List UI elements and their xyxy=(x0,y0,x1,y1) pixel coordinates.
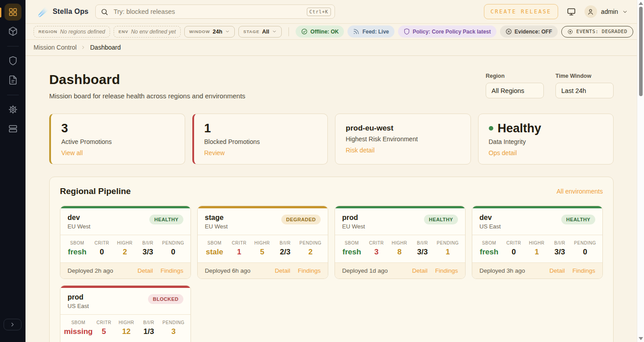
stat-label-highr: HIGHR xyxy=(254,241,270,245)
feed-status-chip[interactable]: Feed: Live xyxy=(347,25,394,38)
region-filter-chip[interactable]: REGION No regions defined xyxy=(34,26,110,38)
status-badge: HEALTHY xyxy=(424,215,458,224)
main-area: ☄️ Stella Ops Ctrl+K CREATE RELEASE admi… xyxy=(25,0,637,342)
breadcrumb: Mission Control Dashboard xyxy=(25,40,637,56)
window-chip-value: 24h xyxy=(213,29,223,35)
search-shortcut-badge: Ctrl+K xyxy=(307,8,331,16)
vertical-scrollbar[interactable] xyxy=(637,0,644,342)
time-window-select[interactable]: Last 24h xyxy=(555,83,614,98)
evidence-status-chip[interactable]: Evidence: OFF xyxy=(500,25,558,38)
global-search[interactable]: Ctrl+K xyxy=(95,4,335,19)
x-circle-icon xyxy=(505,28,512,35)
shield-icon xyxy=(8,56,18,66)
search-input[interactable] xyxy=(113,8,302,16)
stat-label-critr: CRITR xyxy=(94,241,109,245)
environment-name: dev xyxy=(68,214,90,222)
environment-region: US East xyxy=(479,223,501,230)
settings-gear-icon xyxy=(8,105,18,114)
avatar xyxy=(585,5,597,18)
package-icon xyxy=(8,26,18,36)
review-link[interactable]: Review xyxy=(204,149,225,156)
events-status-pill[interactable]: EVENTS: DEGRADED xyxy=(561,26,633,38)
document-icon xyxy=(8,75,18,85)
sidebar-item-infrastructure[interactable] xyxy=(4,120,21,137)
env-chip-label: ENV xyxy=(119,29,128,34)
findings-link[interactable]: Findings xyxy=(161,267,183,274)
stat-label-pending: PENDING xyxy=(162,320,184,325)
regional-pipeline-panel: Regional Pipeline All environments dev E… xyxy=(49,177,614,342)
detail-link[interactable]: Detail xyxy=(549,267,565,274)
detail-link[interactable]: Detail xyxy=(412,267,428,274)
deployed-timestamp: Deployed 6h ago xyxy=(205,267,250,274)
scrollbar-thumb[interactable] xyxy=(639,7,643,96)
status-badge: HEALTHY xyxy=(561,215,595,224)
active-promotions-label: Active Promotions xyxy=(61,138,174,145)
sidebar-item-dashboard[interactable] xyxy=(4,4,21,21)
breadcrumb-root[interactable]: Mission Control xyxy=(34,44,76,51)
stat-label-sbom: SBOM xyxy=(71,320,85,325)
chevron-right-icon xyxy=(80,45,86,50)
create-release-button[interactable]: CREATE RELEASE xyxy=(484,4,558,19)
stat-value-critr: 0 xyxy=(512,248,516,257)
scroll-down-arrow[interactable] xyxy=(639,337,643,340)
sidebar-item-security[interactable] xyxy=(4,52,21,69)
env-filter-chip[interactable]: ENV No env defined yet xyxy=(114,26,181,38)
findings-link[interactable]: Findings xyxy=(572,267,595,274)
detail-link[interactable]: Detail xyxy=(275,267,290,274)
policy-status-chip[interactable]: Policy: Core Policy Pack latest xyxy=(398,25,496,38)
stat-value-bir: 3/3 xyxy=(417,248,428,257)
stat-value-highr: 1 xyxy=(534,248,538,257)
offline-status-text: Offline: OK xyxy=(310,29,339,35)
deployed-timestamp: Deployed 1d ago xyxy=(342,267,388,274)
events-status-text: EVENTS: DEGRADED xyxy=(576,29,627,34)
data-integrity-value: Healthy xyxy=(498,121,542,135)
status-badge: BLOCKED xyxy=(148,294,183,304)
stat-label-bir: B/I/R xyxy=(142,241,153,245)
page-subtitle: Mission board for release health across … xyxy=(49,92,246,100)
stage-filter-chip[interactable]: STAGE All xyxy=(238,26,282,38)
search-icon xyxy=(101,8,108,16)
stat-value-bir: 2/3 xyxy=(280,248,291,257)
stage-chip-label: STAGE xyxy=(243,29,259,34)
stat-value-bir: 3/3 xyxy=(555,248,565,257)
chevron-down-icon xyxy=(272,29,277,34)
offline-status-chip[interactable]: Offline: OK xyxy=(296,25,344,38)
stat-label-sbom: SBOM xyxy=(208,241,221,245)
stat-value-pending: 0 xyxy=(171,248,175,257)
data-integrity-label: Data Integrity xyxy=(489,138,603,145)
findings-link[interactable]: Findings xyxy=(298,267,321,274)
ops-detail-link[interactable]: Ops detail xyxy=(489,149,517,156)
user-menu[interactable]: admin xyxy=(585,5,628,18)
page-content: Dashboard Mission board for release heal… xyxy=(25,56,637,342)
environment-name: dev xyxy=(479,214,501,222)
top-bar: ☄️ Stella Ops Ctrl+K CREATE RELEASE admi… xyxy=(25,0,637,23)
brand-logo[interactable]: ☄️ Stella Ops xyxy=(38,8,89,16)
sidebar-expand-button[interactable] xyxy=(4,319,21,330)
active-nav-marker xyxy=(0,8,1,17)
stat-label-pending: PENDING xyxy=(574,241,596,245)
dot-circle-icon xyxy=(567,29,573,35)
stat-value-critr: 0 xyxy=(100,248,104,257)
region-select[interactable]: All Regions xyxy=(486,83,544,98)
all-environments-link[interactable]: All environments xyxy=(557,188,603,195)
blocked-promotions-card: 1 Blocked Promotions Review xyxy=(192,114,328,165)
stat-label-sbom: SBOM xyxy=(482,241,496,245)
detail-link[interactable]: Detail xyxy=(137,267,153,274)
findings-link[interactable]: Findings xyxy=(435,267,458,274)
environment-region: EU West xyxy=(205,223,228,230)
stat-value-pending: 3 xyxy=(171,327,175,336)
display-mode-button[interactable] xyxy=(565,5,578,18)
sidebar-item-documents[interactable] xyxy=(4,72,21,89)
stat-label-critr: CRITR xyxy=(97,320,111,325)
sidebar-item-settings[interactable] xyxy=(4,101,21,118)
stat-value-critr: 5 xyxy=(102,327,106,336)
stat-value-highr: 5 xyxy=(260,248,264,257)
environment-card: prod US East BLOCKED SBOMmissing CRITR5 … xyxy=(60,285,191,342)
risk-detail-link[interactable]: Risk detail xyxy=(346,147,375,154)
scroll-up-arrow[interactable] xyxy=(639,2,643,5)
sidebar-item-releases[interactable] xyxy=(4,23,21,40)
blocked-promotions-label: Blocked Promotions xyxy=(204,138,318,145)
view-all-link[interactable]: View all xyxy=(61,149,83,156)
stat-value-bir: 3/3 xyxy=(143,248,153,257)
window-filter-chip[interactable]: WINDOW 24h xyxy=(184,26,235,38)
